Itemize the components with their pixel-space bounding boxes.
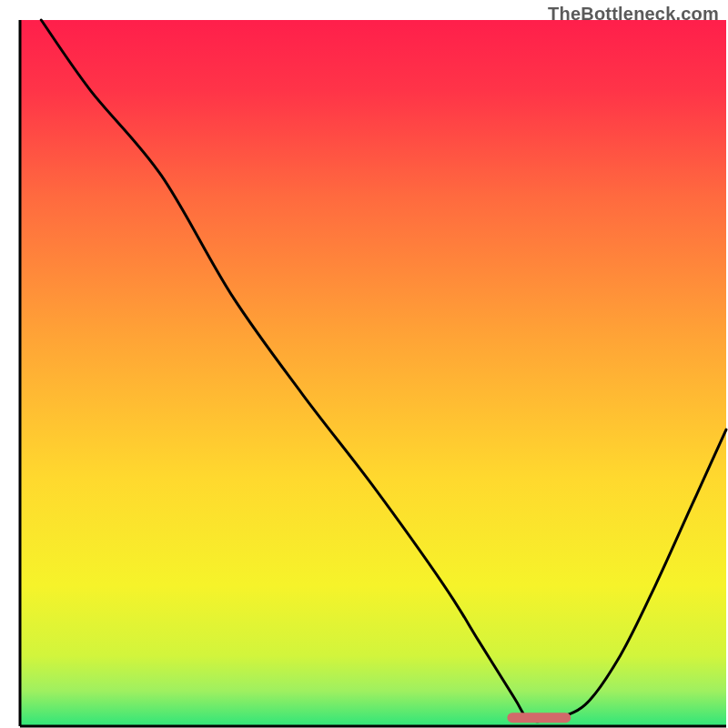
watermark-text: TheBottleneck.com [548, 4, 719, 25]
optimal-marker [507, 713, 571, 723]
chart-svg [0, 0, 728, 728]
plot-background [20, 20, 726, 726]
bottleneck-chart: TheBottleneck.com [0, 0, 728, 728]
